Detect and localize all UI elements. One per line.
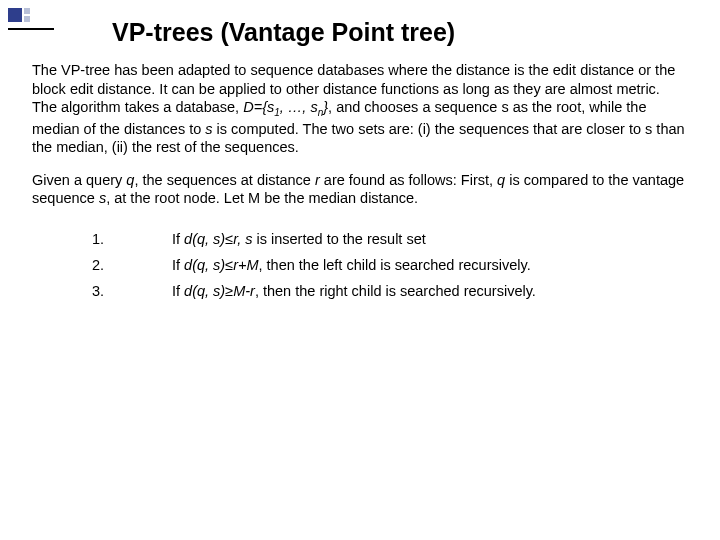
list-item: 3. If d(q, s)≥M-r, then the right child … (92, 278, 688, 304)
slide-title: VP-trees (Vantage Point tree) (32, 18, 688, 47)
list-text: If d(q, s)≥M-r, then the right child is … (172, 278, 688, 304)
paragraph-1: The VP-tree has been adapted to sequence… (32, 61, 688, 157)
para1-text-b1: The algorithm takes a database, (32, 99, 243, 115)
paragraph-2: Given a query q, the sequences at distan… (32, 171, 688, 208)
slide-content: VP-trees (Vantage Point tree) The VP-tre… (0, 0, 720, 324)
list-number: 1. (92, 226, 172, 252)
list-number: 3. (92, 278, 172, 304)
list-item: 2. If d(q, s)≤r+M, then the left child i… (92, 252, 688, 278)
numbered-list: 1. If d(q, s)≤r, s is inserted to the re… (92, 226, 688, 304)
list-item: 1. If d(q, s)≤r, s is inserted to the re… (92, 226, 688, 252)
para1-text-a: The VP-tree has been adapted to sequence… (32, 62, 675, 97)
slide-corner-decoration (8, 8, 48, 34)
list-number: 2. (92, 252, 172, 278)
para1-db: D={s1, …, sn} (243, 99, 328, 115)
list-text: If d(q, s)≤r, s is inserted to the resul… (172, 226, 688, 252)
list-text: If d(q, s)≤r+M, then the left child is s… (172, 252, 688, 278)
